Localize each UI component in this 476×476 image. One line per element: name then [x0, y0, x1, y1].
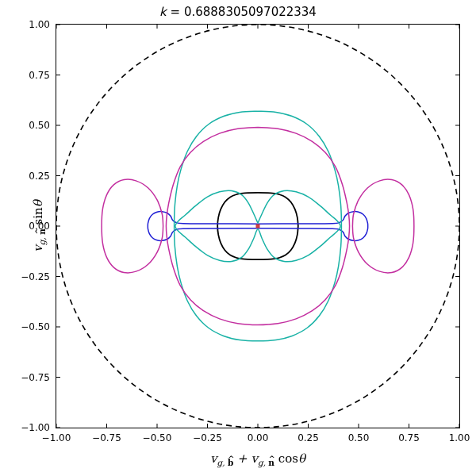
x-tick: 0.00 — [248, 432, 269, 443]
x-tick: 0.50 — [348, 432, 370, 443]
y-tick: −1.00 — [21, 422, 50, 433]
plot-area — [56, 25, 459, 428]
x-tick: 0.75 — [398, 432, 420, 443]
axes-frame: −1.00−0.75−0.50−0.250.000.250.500.751.00… — [56, 24, 460, 428]
title-symbol: k — [159, 5, 167, 19]
x-tick: −0.25 — [193, 432, 222, 443]
y-tick: 0.25 — [29, 171, 50, 182]
y-tick: −0.75 — [21, 372, 50, 383]
x-axis-label: vg, b + vg, n cosθ — [210, 451, 305, 467]
figure: k = 0.6888305097022334 −1.00−0.75−0.50−0… — [0, 0, 476, 476]
y-tick: 0.50 — [29, 120, 50, 131]
title-eq: = — [167, 5, 184, 19]
series-center-marker — [256, 225, 260, 228]
y-tick: −0.50 — [21, 321, 50, 332]
plot-curves — [56, 25, 459, 428]
chart-title: k = 0.6888305097022334 — [0, 5, 476, 19]
y-tick: 1.00 — [29, 19, 50, 30]
x-tick: −1.00 — [42, 432, 71, 443]
x-tick: 1.00 — [449, 432, 470, 443]
y-axis-label: vg, n sinθ — [31, 200, 47, 252]
series-magenta-left-lobe — [102, 179, 163, 273]
title-value: 0.6888305097022334 — [184, 5, 317, 19]
x-tick: 0.25 — [298, 432, 319, 443]
y-tick: −0.25 — [21, 271, 50, 282]
series-magenta-right-lobe — [352, 179, 413, 273]
y-tick: 0.75 — [29, 70, 50, 81]
x-tick: −0.75 — [92, 432, 121, 443]
x-tick: −0.50 — [143, 432, 172, 443]
